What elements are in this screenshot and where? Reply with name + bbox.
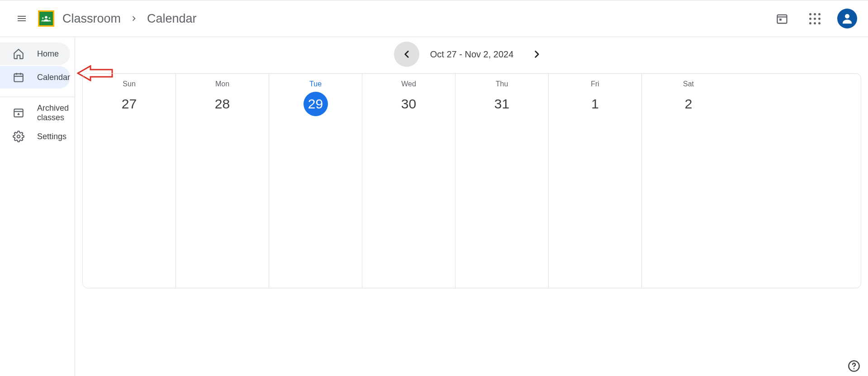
day-number: 28 [210,92,235,116]
day-name: Mon [176,80,269,88]
sidebar-item-calendar[interactable]: Calendar [0,66,70,89]
svg-rect-7 [14,74,23,81]
day-number: 1 [583,92,607,116]
day-name: Wed [362,80,455,88]
open-google-calendar-button[interactable] [772,9,792,28]
header-actions [772,9,857,28]
day-number: 29 [304,92,328,116]
sidebar-item-label: Archived classes [37,103,70,122]
main-content: Oct 27 - Nov 2, 2024 Sun27Mon28Tue29Wed3… [75,37,868,376]
svg-point-13 [17,135,20,138]
sidebar-item-label: Home [37,49,59,59]
calendar-scroll[interactable]: Sun27Mon28Tue29Wed30Thu31Fri1Sat2 [83,74,861,288]
svg-point-1 [42,17,44,19]
breadcrumb: Classroom Calendar [62,12,197,26]
prev-week-button[interactable] [394,42,419,67]
apps-grid-icon [809,13,821,24]
calendar-week-view: Sun27Mon28Tue29Wed30Thu31Fri1Sat2 [82,73,861,288]
classroom-logo[interactable] [38,10,54,27]
day-name: Sun [83,80,175,88]
day-number: 27 [117,92,142,116]
sidebar-item-label: Settings [37,132,66,141]
settings-icon [13,131,24,142]
day-column[interactable]: Wed30 [362,74,455,288]
svg-point-6 [845,14,849,19]
next-week-button[interactable] [524,42,550,67]
svg-rect-3 [778,15,787,24]
archive-icon [13,107,24,119]
help-button[interactable] [847,359,861,373]
home-icon [13,48,24,60]
day-number: 31 [490,92,514,116]
sidebar-item-home[interactable]: Home [0,42,70,65]
svg-rect-5 [779,19,782,21]
account-avatar[interactable] [837,9,857,28]
calendar-icon [13,71,24,83]
day-name: Thu [455,80,548,88]
breadcrumb-app[interactable]: Classroom [62,12,121,26]
day-number: 30 [397,92,421,116]
sidebar-item-label: Calendar [37,73,70,82]
hamburger-icon [16,13,27,24]
day-name: Sat [642,80,735,88]
day-column[interactable]: Fri1 [549,74,642,288]
breadcrumb-page: Calendar [147,12,197,26]
day-name: Fri [549,80,641,88]
chevron-left-icon [401,48,413,60]
day-number: 2 [676,92,701,116]
main-menu-button[interactable] [11,8,33,29]
svg-point-15 [854,368,854,369]
help-icon [848,360,860,372]
date-navigation: Oct 27 - Nov 2, 2024 [75,40,868,69]
sidebar-divider [0,97,75,97]
sidebar-item-settings[interactable]: Settings [0,125,70,148]
day-name: Tue [269,80,362,88]
day-column[interactable]: Sat2 [642,74,735,288]
date-range-label: Oct 27 - Nov 2, 2024 [426,49,518,60]
svg-point-2 [49,17,51,19]
svg-point-0 [45,16,47,19]
sidebar-item-archived[interactable]: Archived classes [0,102,70,124]
app-header: Classroom Calendar [0,0,868,37]
person-icon [840,12,854,25]
google-apps-button[interactable] [805,9,825,28]
day-column[interactable]: Thu31 [455,74,549,288]
day-column[interactable]: Tue29 [269,74,362,288]
day-column[interactable]: Mon28 [176,74,269,288]
day-column[interactable]: Sun27 [83,74,176,288]
sidebar: Home Calendar Archived classes S [0,37,75,376]
calendar-open-icon [776,12,788,25]
chevron-right-icon [531,48,543,60]
classroom-logo-icon [41,15,51,22]
chevron-right-icon [129,14,139,24]
